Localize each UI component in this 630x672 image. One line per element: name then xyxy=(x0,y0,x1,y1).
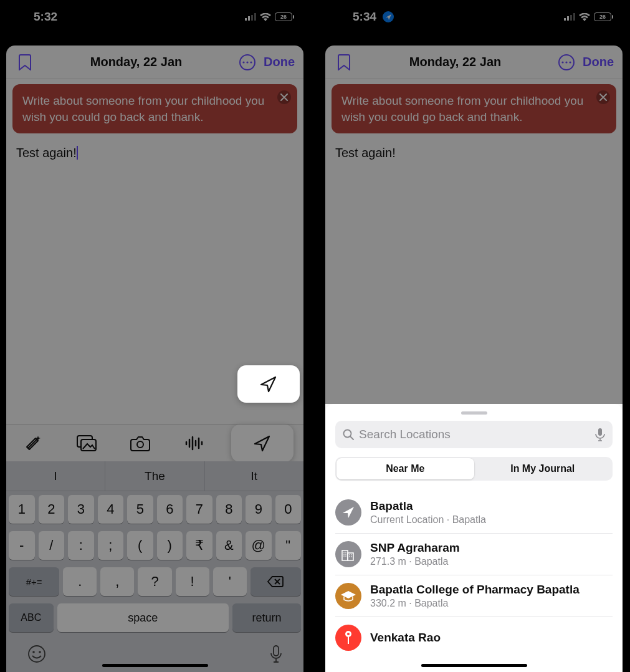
nav-date: Monday, 22 Jan xyxy=(360,55,550,69)
key[interactable]: . xyxy=(63,567,97,596)
key[interactable]: 0 xyxy=(275,495,302,524)
return-key[interactable]: return xyxy=(232,603,301,632)
location-row-icon xyxy=(335,499,361,526)
segment-in-journal[interactable]: In My Journal xyxy=(474,458,612,479)
svg-point-20 xyxy=(561,61,563,63)
bookmark-button[interactable] xyxy=(334,54,354,70)
map-pin-icon xyxy=(343,630,353,645)
photos-icon xyxy=(77,435,97,451)
sparkle-button[interactable] xyxy=(16,429,50,458)
svg-point-21 xyxy=(565,61,567,63)
journal-entry-sheet: Monday, 22 Jan Done Write about someone … xyxy=(6,46,303,672)
mic-icon[interactable] xyxy=(595,428,605,441)
location-button[interactable] xyxy=(231,425,294,462)
prompt-close-button[interactable] xyxy=(596,90,610,104)
key[interactable]: 4 xyxy=(98,495,124,524)
key[interactable]: ' xyxy=(213,567,247,596)
key[interactable]: ) xyxy=(157,531,183,560)
key[interactable]: 5 xyxy=(127,495,153,524)
svg-rect-14 xyxy=(274,646,279,656)
camera-button[interactable] xyxy=(123,429,157,458)
key[interactable]: ! xyxy=(176,567,209,596)
cellular-icon xyxy=(564,13,575,21)
suggestion-3[interactable]: It xyxy=(205,461,303,491)
key[interactable]: , xyxy=(100,567,134,596)
sheet-grabber[interactable] xyxy=(461,411,487,415)
key[interactable]: 8 xyxy=(216,495,242,524)
done-button[interactable]: Done xyxy=(264,55,295,69)
key[interactable]: 1 xyxy=(9,495,35,524)
abc-key[interactable]: ABC xyxy=(9,603,54,632)
location-row[interactable]: Bapatla College of Pharmacy Bapatla 330.… xyxy=(335,575,613,617)
symbols-key[interactable]: #+= xyxy=(9,567,59,596)
svg-rect-3 xyxy=(254,13,256,21)
svg-point-12 xyxy=(32,651,35,653)
location-filter-segment[interactable]: Near Me In My Journal xyxy=(335,457,613,481)
sparkle-icon xyxy=(24,434,42,452)
svg-rect-28 xyxy=(342,550,348,560)
audio-button[interactable] xyxy=(178,429,211,458)
status-icons: 26 xyxy=(564,12,611,21)
status-time: 5:32 xyxy=(34,10,57,24)
svg-rect-17 xyxy=(570,15,572,21)
more-button[interactable] xyxy=(237,54,257,71)
backspace-key[interactable] xyxy=(251,567,301,596)
svg-point-13 xyxy=(39,651,41,653)
key[interactable]: 2 xyxy=(39,495,65,524)
battery-icon: 26 xyxy=(594,12,611,21)
key[interactable]: 7 xyxy=(186,495,212,524)
prompt-text: Write about someone from your childhood … xyxy=(341,93,589,125)
segment-near-me[interactable]: Near Me xyxy=(336,458,474,479)
key[interactable]: & xyxy=(216,531,242,560)
svg-point-5 xyxy=(242,61,244,63)
key[interactable]: : xyxy=(68,531,94,560)
bookmark-button[interactable] xyxy=(15,54,35,70)
location-row[interactable]: SNP Agraharam 271.3 m · Bapatla xyxy=(335,534,613,575)
photos-button[interactable] xyxy=(70,429,103,458)
backspace-icon xyxy=(267,575,284,588)
svg-rect-29 xyxy=(348,553,353,560)
svg-rect-27 xyxy=(598,428,602,436)
more-button[interactable] xyxy=(556,54,576,71)
location-subtitle: 271.3 m · Bapatla xyxy=(370,556,613,567)
suggestion-2[interactable]: The xyxy=(105,461,204,491)
key[interactable]: ; xyxy=(98,531,124,560)
key[interactable]: 3 xyxy=(68,495,94,524)
key[interactable]: @ xyxy=(246,531,272,560)
battery-icon: 26 xyxy=(275,12,292,21)
home-indicator xyxy=(421,664,527,667)
buildings-icon xyxy=(341,547,356,562)
done-button[interactable]: Done xyxy=(583,55,614,69)
ellipsis-circle-icon xyxy=(239,54,256,71)
location-row-icon xyxy=(335,583,361,609)
svg-point-31 xyxy=(347,633,350,635)
dictation-button[interactable] xyxy=(270,645,282,663)
prompt-close-button[interactable] xyxy=(277,90,291,104)
suggestion-1[interactable]: I xyxy=(6,461,105,491)
key-row-3: #+= . , ? ! ' xyxy=(6,564,303,600)
location-arrow-icon xyxy=(259,375,278,393)
key[interactable]: " xyxy=(275,531,302,560)
location-row[interactable]: Bapatla Current Location · Bapatla xyxy=(335,492,613,534)
search-locations-input[interactable]: Search Locations xyxy=(335,421,613,448)
key[interactable]: / xyxy=(39,531,65,560)
key[interactable]: 9 xyxy=(246,495,272,524)
space-key[interactable]: space xyxy=(57,603,229,632)
location-services-indicator xyxy=(383,11,394,22)
key-row-1: 1 2 3 4 5 6 7 8 9 0 xyxy=(6,491,303,527)
status-icons: 26 xyxy=(245,12,292,21)
key[interactable]: - xyxy=(9,531,35,560)
location-button-highlight[interactable] xyxy=(237,365,300,403)
location-row[interactable]: Venkata Rao xyxy=(335,617,613,658)
nav-bar: Monday, 22 Jan Done xyxy=(6,46,303,79)
key[interactable]: ₹ xyxy=(186,531,212,560)
nav-bar: Monday, 22 Jan Done xyxy=(325,46,623,79)
key[interactable]: ( xyxy=(127,531,153,560)
svg-rect-15 xyxy=(564,18,566,21)
svg-rect-18 xyxy=(573,13,575,21)
svg-point-6 xyxy=(246,61,248,63)
key[interactable]: ? xyxy=(138,567,171,596)
key[interactable]: 6 xyxy=(157,495,183,524)
keyboard[interactable]: I The It 1 2 3 4 5 6 7 8 9 0 - / : ; xyxy=(6,461,303,672)
emoji-button[interactable] xyxy=(27,645,46,663)
